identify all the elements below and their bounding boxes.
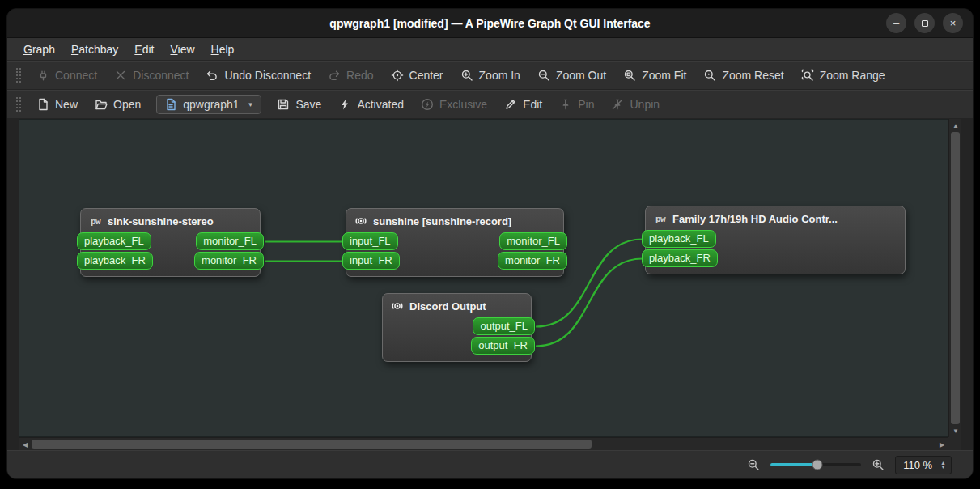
toolbar-button-label: Connect bbox=[55, 69, 97, 82]
zoom-in-icon bbox=[460, 69, 473, 82]
connections-layer bbox=[19, 120, 948, 436]
port-playback_FL[interactable]: playback_FL bbox=[77, 232, 151, 250]
zoom-spinbox[interactable]: 110 % ▲▼ bbox=[895, 456, 952, 474]
node-title: pwsink-sunshine-stereo bbox=[81, 209, 260, 230]
close-button[interactable]: × bbox=[943, 13, 963, 33]
port-playback_FR[interactable]: playback_FR bbox=[642, 249, 718, 267]
menubar: GraphPatchbayEditViewHelp bbox=[7, 38, 973, 61]
open-button[interactable]: Open bbox=[87, 94, 148, 115]
spin-down-icon[interactable]: ▼ bbox=[940, 465, 946, 469]
port-row: playback_FRmonitor_FR bbox=[81, 252, 260, 269]
edit-button[interactable]: Edit bbox=[497, 94, 549, 115]
menu-help[interactable]: Help bbox=[203, 40, 243, 58]
scroll-up-icon[interactable]: ▲ bbox=[949, 119, 962, 132]
activated-button[interactable]: Activated bbox=[331, 94, 411, 115]
node-ports: output_FLoutput_FR bbox=[383, 315, 531, 361]
maximize-icon bbox=[922, 20, 928, 27]
activated-icon bbox=[338, 98, 351, 111]
graph-canvas[interactable]: pwsink-sunshine-stereoplayback_FLmonitor… bbox=[19, 119, 948, 437]
scroll-right-icon[interactable]: ▶ bbox=[935, 438, 948, 451]
port-input_FL[interactable]: input_FL bbox=[342, 232, 398, 250]
scroll-down-icon[interactable]: ▼ bbox=[949, 424, 962, 437]
open-icon bbox=[95, 98, 108, 111]
zoom-fit-icon bbox=[623, 69, 636, 82]
save-button[interactable]: Save bbox=[269, 94, 329, 115]
port-output_FL[interactable]: output_FL bbox=[473, 317, 535, 335]
statusbar: 110 % ▲▼ bbox=[7, 450, 973, 478]
toolbar-button-label: Undo Disconnect bbox=[224, 69, 311, 82]
zoom-range-icon bbox=[801, 69, 814, 82]
node-title: Discord Output bbox=[383, 294, 531, 315]
port-row: playback_FR bbox=[646, 249, 905, 266]
node-discord[interactable]: Discord Outputoutput_FLoutput_FR bbox=[382, 293, 532, 362]
zoom-range-button[interactable]: Zoom Range bbox=[794, 65, 893, 86]
node-sink[interactable]: pwsink-sunshine-stereoplayback_FLmonitor… bbox=[80, 208, 261, 277]
toolbar-button-label: Edit bbox=[523, 98, 542, 111]
toolbar-button-label: Center bbox=[409, 69, 443, 82]
toolbar-button-label: Zoom Out bbox=[556, 69, 606, 82]
node-title-text: sunshine [sunshine-record] bbox=[373, 215, 511, 227]
toolbar-handle[interactable] bbox=[15, 67, 21, 83]
toolbar-button-label: Open bbox=[113, 98, 141, 111]
menu-view[interactable]: View bbox=[162, 40, 202, 58]
toolbar-button-label: Zoom Fit bbox=[642, 69, 686, 82]
node-ports: playback_FLplayback_FR bbox=[646, 227, 905, 274]
disconnect-icon bbox=[114, 69, 127, 82]
connect-button: Connect bbox=[29, 65, 104, 86]
toolbar-handle[interactable] bbox=[15, 96, 21, 113]
undo-disconnect-button[interactable]: Undo Disconnect bbox=[198, 65, 318, 86]
minimize-button[interactable]: – bbox=[886, 13, 906, 33]
zoom-in-button[interactable]: Zoom In bbox=[453, 65, 528, 86]
patchbay-select[interactable]: qpwgraph1▼ bbox=[156, 95, 261, 114]
menu-patchbay[interactable]: Patchbay bbox=[63, 40, 126, 58]
node-family[interactable]: pwFamily 17h/19h HD Audio Contr...playba… bbox=[645, 206, 906, 274]
undo-icon bbox=[206, 69, 218, 82]
zoom-reset-button[interactable]: Zoom Reset bbox=[696, 65, 791, 86]
port-monitor_FR[interactable]: monitor_FR bbox=[498, 252, 567, 270]
zoom-out-button[interactable]: Zoom Out bbox=[530, 65, 613, 86]
menu-graph[interactable]: Graph bbox=[15, 40, 63, 58]
node-sunshine[interactable]: sunshine [sunshine-record]input_FLmonito… bbox=[346, 208, 564, 277]
port-output_FR[interactable]: output_FR bbox=[471, 337, 535, 355]
toolbar-button-label: Zoom In bbox=[479, 69, 520, 82]
toolbar-button-label: Unpin bbox=[630, 98, 660, 111]
app-window: qpwgraph1 [modified] — A PipeWire Graph … bbox=[6, 8, 974, 479]
new-button[interactable]: New bbox=[29, 94, 85, 115]
zoom-fit-button[interactable]: Zoom Fit bbox=[616, 65, 694, 86]
redo-icon bbox=[328, 69, 341, 82]
zoom-in-icon[interactable] bbox=[872, 458, 885, 471]
scroll-left-icon[interactable]: ◀ bbox=[19, 438, 32, 451]
toolbar-button-label: Pin bbox=[578, 98, 594, 111]
vertical-scrollbar[interactable]: ▲ ▼ bbox=[948, 119, 961, 437]
zoom-out-icon[interactable] bbox=[747, 458, 760, 471]
horizontal-scrollbar[interactable]: ◀ ▶ bbox=[19, 437, 948, 450]
horizontal-scroll-handle[interactable] bbox=[32, 440, 592, 449]
toolbar-button-label: Disconnect bbox=[133, 69, 189, 82]
center-button[interactable]: Center bbox=[384, 65, 451, 86]
port-playback_FL[interactable]: playback_FL bbox=[642, 230, 716, 248]
zoom-slider-thumb[interactable] bbox=[812, 460, 823, 470]
zoom-slider[interactable] bbox=[770, 458, 861, 471]
toolbar-button-label: Activated bbox=[357, 98, 404, 111]
port-input_FR[interactable]: input_FR bbox=[342, 252, 400, 270]
disconnect-button: Disconnect bbox=[107, 65, 196, 86]
zoom-value: 110 % bbox=[903, 459, 932, 471]
unpin-icon bbox=[611, 98, 624, 111]
port-monitor_FR[interactable]: monitor_FR bbox=[194, 252, 264, 270]
menu-edit[interactable]: Edit bbox=[126, 40, 162, 58]
unpin-button: Unpin bbox=[604, 94, 667, 115]
maximize-button[interactable] bbox=[914, 13, 935, 33]
toolbar-button-label: New bbox=[55, 98, 78, 111]
port-playback_FR[interactable]: playback_FR bbox=[77, 252, 153, 270]
chevron-down-icon: ▼ bbox=[248, 101, 254, 108]
port-monitor_FL[interactable]: monitor_FL bbox=[196, 232, 264, 250]
toolbar-button-label: Zoom Range bbox=[820, 69, 885, 82]
center-icon bbox=[391, 69, 404, 82]
port-row: playback_FL bbox=[646, 230, 905, 247]
spinbox-arrows[interactable]: ▲▼ bbox=[939, 461, 948, 469]
vertical-scroll-handle[interactable] bbox=[951, 132, 960, 424]
toolbar-button-label: Save bbox=[295, 98, 321, 111]
zoom-slider-fill bbox=[770, 463, 817, 466]
port-monitor_FL[interactable]: monitor_FL bbox=[499, 232, 567, 250]
titlebar[interactable]: qpwgraph1 [modified] — A PipeWire Graph … bbox=[7, 9, 973, 38]
